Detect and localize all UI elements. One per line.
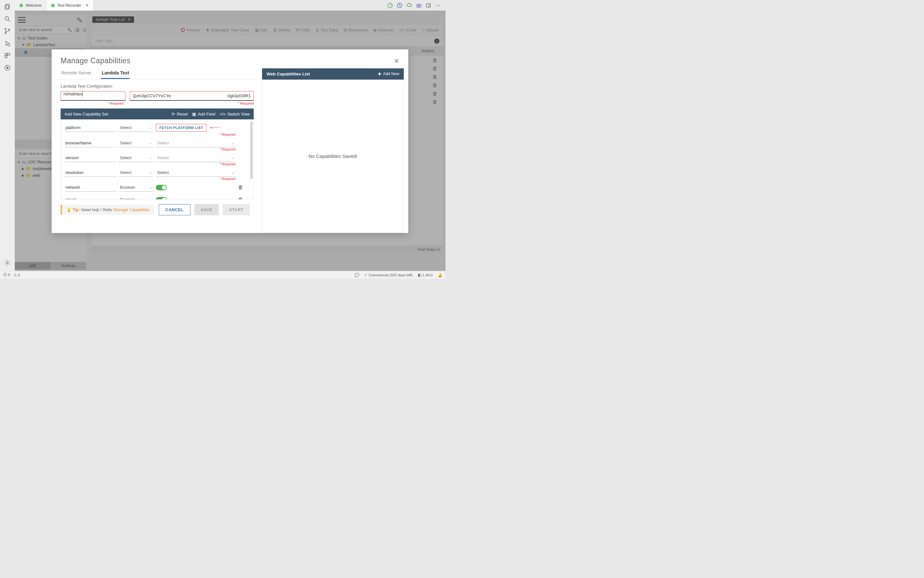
files-icon[interactable]: [4, 3, 11, 10]
type-select[interactable]: Select⌄: [119, 169, 153, 177]
warnings-icon[interactable]: ⚠ 0: [13, 273, 20, 277]
title-bar-actions: [387, 0, 445, 11]
chevron-down-icon: ⌄: [231, 170, 234, 175]
reset-button[interactable]: ⟳Reset: [172, 112, 188, 117]
type-select[interactable]: Select⌄: [119, 123, 153, 132]
boolean-toggle[interactable]: [156, 185, 167, 190]
manage-capabilities-modal: Manage Capabilities ✕ Remote Server Lamb…: [52, 49, 408, 233]
version-status[interactable]: ◧ 1.49.0: [418, 273, 433, 277]
clock-icon[interactable]: [397, 3, 403, 8]
tab-bar: Welcome Test Recorder ✕: [15, 0, 445, 11]
required-label: * Required: [156, 177, 235, 181]
bell-icon[interactable]: 🔔: [438, 273, 442, 277]
svg-point-5: [5, 32, 6, 34]
settings-gear-icon[interactable]: [4, 259, 11, 266]
play-bug-icon[interactable]: [4, 40, 11, 47]
capability-set-header: Add New Capability Set ⟳Reset ▦Add Field…: [61, 109, 254, 119]
username-input[interactable]: rishabhps: [61, 91, 125, 101]
field-name-input[interactable]: [65, 183, 116, 192]
tab-welcome[interactable]: Welcome: [15, 0, 47, 11]
svg-point-8: [8, 44, 10, 46]
value-select[interactable]: Select⌄: [156, 154, 235, 162]
modal-close-icon[interactable]: ✕: [394, 57, 399, 65]
trash-icon[interactable]: 🗑: [238, 185, 247, 190]
field-name-input[interactable]: [65, 169, 116, 177]
gauge-icon[interactable]: [387, 3, 393, 8]
provider-tabs: Remote Server Lambda Test: [56, 68, 258, 79]
chevron-down-icon: ⌄: [231, 156, 234, 160]
required-label: * Required: [128, 101, 254, 105]
field-name-input[interactable]: [65, 139, 116, 147]
svg-point-22: [418, 5, 419, 6]
camera-icon[interactable]: [416, 3, 422, 8]
type-select[interactable]: Boolean⌄: [119, 195, 153, 200]
branch-icon[interactable]: [4, 28, 11, 35]
feedback-icon[interactable]: 💬: [355, 273, 359, 277]
save-button[interactable]: SAVE: [194, 204, 219, 215]
tab-test-recorder[interactable]: Test Recorder ✕: [47, 0, 94, 11]
panel-icon[interactable]: [426, 3, 431, 8]
tip-link[interactable]: Manage Capabilities: [113, 208, 150, 212]
value-select[interactable]: Select⌄: [156, 139, 235, 147]
scrollbar[interactable]: [250, 121, 253, 179]
chevron-down-icon: ⌄: [149, 197, 152, 200]
trash-icon[interactable]: 🗑: [238, 197, 247, 200]
empty-state-text: No Capabilities Saved!: [309, 153, 357, 159]
status-bar: ⓧ 0 ⚠ 0 💬 ✓ Commercial (325 days left) ◧…: [0, 271, 445, 279]
modal-title: Manage Capabilities: [61, 57, 131, 65]
tip-box: 💡 Tip: Need help ! Refer Manage Capabili…: [61, 205, 154, 215]
license-status[interactable]: ✓ Commercial (325 days left): [364, 273, 413, 277]
plus-icon: ✚: [378, 71, 381, 76]
boolean-toggle[interactable]: [156, 197, 167, 200]
cloud-cog-icon[interactable]: [406, 3, 412, 8]
chevron-down-icon: ⌄: [149, 185, 152, 189]
add-new-button[interactable]: ✚Add New: [378, 71, 399, 76]
svg-rect-23: [427, 3, 431, 7]
svg-point-2: [5, 17, 9, 20]
run-icon[interactable]: [4, 64, 11, 71]
field-name-input[interactable]: [65, 154, 116, 162]
play-circle-icon: [19, 3, 23, 7]
required-label: * Required: [156, 133, 235, 136]
web-capabilities-header: Web Capabilities List ✚Add New: [262, 68, 404, 80]
chevron-down-icon: ⌄: [149, 156, 152, 160]
svg-rect-1: [5, 5, 9, 9]
tab-label: Test Recorder: [57, 3, 81, 8]
svg-point-4: [5, 29, 6, 30]
capability-grid: Select⌄ FETCH PLATFORM LIST⟵ * Required …: [61, 119, 254, 200]
tab-remote-server[interactable]: Remote Server: [61, 68, 92, 79]
chevron-down-icon: ⌄: [149, 170, 152, 175]
extensions-icon[interactable]: [4, 52, 11, 59]
svg-rect-10: [8, 53, 10, 55]
chevron-down-icon: ⌄: [231, 141, 234, 145]
svg-point-6: [8, 29, 10, 30]
start-button[interactable]: START: [223, 204, 250, 215]
errors-icon[interactable]: ⓧ 0: [3, 273, 10, 277]
switch-view-button[interactable]: </>Switch View: [220, 112, 250, 117]
web-capabilities-body: No Capabilities Saved!: [262, 80, 404, 233]
search-icon[interactable]: [4, 15, 11, 23]
tab-lambda-test[interactable]: Lambda Test: [101, 68, 129, 79]
required-label: * Required: [156, 147, 235, 151]
add-field-button[interactable]: ▦Add Field: [192, 112, 215, 117]
more-icon[interactable]: [435, 3, 441, 8]
close-icon[interactable]: ✕: [85, 3, 89, 8]
arrow-annotation-icon: ⟵: [209, 125, 222, 130]
svg-point-27: [439, 5, 440, 5]
tab-label: Welcome: [26, 3, 42, 8]
svg-point-26: [438, 5, 439, 5]
value-select[interactable]: Select⌄: [156, 169, 235, 177]
field-name-input[interactable]: [65, 123, 116, 132]
type-select[interactable]: Boolean⌄: [119, 183, 153, 192]
chevron-down-icon: ⌄: [149, 141, 152, 145]
type-select[interactable]: Select⌄: [119, 154, 153, 162]
access-key-input[interactable]: Qzln3pCCV7YvCYe0gilJpIOllR1: [130, 91, 254, 101]
add-field-icon: ▦: [192, 112, 196, 117]
svg-rect-9: [5, 53, 7, 55]
fetch-platform-list-button[interactable]: FETCH PLATFORM LIST: [156, 124, 207, 132]
cancel-button[interactable]: CANCEL: [159, 204, 191, 215]
field-name-input[interactable]: [65, 195, 116, 200]
svg-marker-7: [6, 41, 9, 45]
svg-marker-13: [7, 67, 9, 69]
type-select[interactable]: Select⌄: [119, 139, 153, 147]
